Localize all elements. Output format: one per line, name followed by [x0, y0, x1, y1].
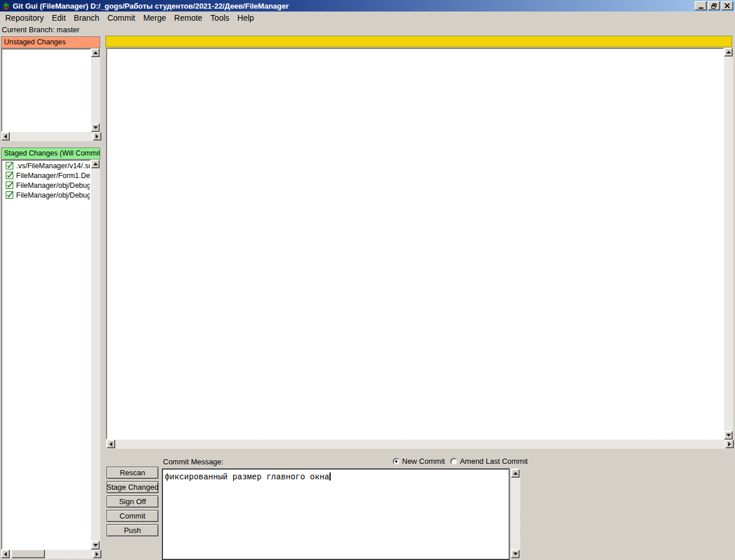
diff-vertical-scrollbar[interactable]: [724, 48, 733, 440]
rescan-button[interactable]: Rescan: [107, 467, 158, 479]
scroll-down-icon: [513, 553, 518, 555]
scroll-up-icon: [726, 51, 731, 54]
title-bar[interactable]: Git Gui (FileManager) D:/_gogs/Работы ст…: [0, 0, 735, 12]
diff-horizontal-scrollbar[interactable]: [106, 440, 734, 449]
menu-commit[interactable]: Commit: [103, 12, 139, 24]
staged-check-icon: [6, 191, 13, 199]
staged-file-name: FileManager/Form1.Desi: [16, 172, 90, 180]
scroll-down-button[interactable]: [511, 550, 520, 558]
scroll-up-button[interactable]: [724, 48, 733, 56]
menu-bar: Repository Edit Branch Commit Merge Remo…: [0, 12, 735, 24]
push-button[interactable]: Push: [107, 524, 158, 536]
unstaged-horizontal-scrollbar[interactable]: [1, 132, 101, 141]
diff-view[interactable]: [106, 48, 724, 440]
scroll-up-button[interactable]: [91, 48, 100, 57]
scroll-left-icon: [4, 552, 7, 557]
staged-check-icon: [6, 172, 13, 179]
menu-repository[interactable]: Repository: [1, 12, 48, 24]
diff-header-bar: [105, 36, 732, 47]
commit-button[interactable]: Commit: [107, 510, 158, 522]
unstaged-files-list[interactable]: [1, 48, 91, 132]
commit-type-radios: New Commit Amend Last Commit: [393, 457, 533, 466]
commit-message-vertical-scrollbar[interactable]: [511, 468, 520, 559]
menu-tools[interactable]: Tools: [206, 12, 233, 24]
git-gui-app-icon: [2, 2, 10, 10]
scroll-down-icon: [93, 544, 98, 547]
scroll-right-button[interactable]: [725, 440, 734, 448]
scroll-left-icon: [109, 442, 112, 447]
unstaged-vertical-scrollbar[interactable]: [91, 48, 100, 132]
menu-edit[interactable]: Edit: [48, 12, 70, 24]
unstaged-changes-header: Unstaged Changes: [1, 36, 100, 48]
scroll-left-icon: [4, 134, 7, 139]
staged-file-row[interactable]: FileManager/obj/Debug/: [2, 180, 90, 190]
scroll-up-button[interactable]: [91, 160, 100, 168]
radio-selected-icon: [395, 460, 397, 463]
menu-help[interactable]: Help: [233, 12, 258, 24]
amend-last-commit-radio-label[interactable]: Amend Last Commit: [460, 457, 528, 466]
menu-remote[interactable]: Remote: [170, 12, 206, 24]
staged-files-list[interactable]: .vs/FileManager/v14/.su FileManager/Form…: [1, 160, 91, 550]
commit-message-label: Commit Message:: [163, 457, 223, 466]
new-commit-radio-label[interactable]: New Commit: [402, 457, 445, 466]
scroll-right-icon: [96, 552, 98, 557]
amend-last-commit-radio[interactable]: [450, 458, 457, 465]
menu-branch[interactable]: Branch: [70, 12, 103, 24]
close-icon: [725, 3, 730, 9]
scroll-up-icon: [513, 472, 518, 475]
scroll-right-button[interactable]: [93, 132, 101, 141]
commit-message-text: фиксированный размер главного окна: [165, 472, 329, 482]
scroll-down-button[interactable]: [91, 541, 100, 550]
sign-off-button[interactable]: Sign Off: [107, 495, 158, 508]
minimize-icon: [699, 7, 703, 9]
window-title: Git Gui (FileManager) D:/_gogs/Работы ст…: [13, 2, 289, 10]
commit-message-input[interactable]: фиксированный размер главного окна: [162, 468, 510, 560]
scroll-down-icon: [93, 126, 98, 129]
scroll-up-icon: [93, 51, 98, 54]
staged-vertical-scrollbar[interactable]: [91, 160, 100, 550]
scroll-up-button[interactable]: [511, 469, 520, 478]
staged-file-name: FileManager/obj/Debug/: [16, 181, 90, 190]
staged-file-row[interactable]: FileManager/obj/Debug/: [2, 190, 90, 200]
staged-file-name: FileManager/obj/Debug/: [16, 191, 90, 199]
staged-file-row[interactable]: .vs/FileManager/v14/.su: [2, 161, 90, 171]
scroll-right-button[interactable]: [93, 550, 101, 558]
scroll-down-button[interactable]: [724, 431, 733, 440]
scroll-right-icon: [96, 134, 98, 139]
staged-check-icon: [6, 181, 13, 189]
staged-horizontal-scrollbar[interactable]: [1, 550, 101, 559]
scroll-left-button[interactable]: [1, 550, 10, 558]
scrollbar-thumb[interactable]: [12, 550, 45, 558]
scroll-left-button[interactable]: [1, 132, 10, 141]
staged-check-icon: [6, 162, 13, 169]
text-caret: [329, 472, 331, 480]
stage-changed-button[interactable]: Stage Changed: [107, 481, 158, 493]
scroll-up-icon: [93, 162, 98, 165]
scroll-down-button[interactable]: [91, 123, 100, 132]
menu-merge[interactable]: Merge: [139, 12, 171, 24]
scroll-left-button[interactable]: [107, 440, 115, 448]
minimize-button[interactable]: [695, 1, 707, 10]
staged-changes-header: Staged Changes (Will Commit): [1, 147, 100, 160]
staged-file-name: .vs/FileManager/v14/.su: [16, 162, 90, 170]
git-gui-window: Git Gui (FileManager) D:/_gogs/Работы ст…: [0, 0, 735, 560]
current-branch-label: Current Branch: master: [2, 25, 79, 34]
scroll-down-icon: [726, 434, 731, 437]
restore-icon: [711, 3, 717, 9]
scroll-right-icon: [728, 442, 731, 447]
new-commit-radio[interactable]: [393, 458, 400, 465]
staged-file-row[interactable]: FileManager/Form1.Desi: [2, 171, 90, 180]
close-button[interactable]: [721, 1, 733, 10]
restore-button[interactable]: [708, 1, 720, 10]
